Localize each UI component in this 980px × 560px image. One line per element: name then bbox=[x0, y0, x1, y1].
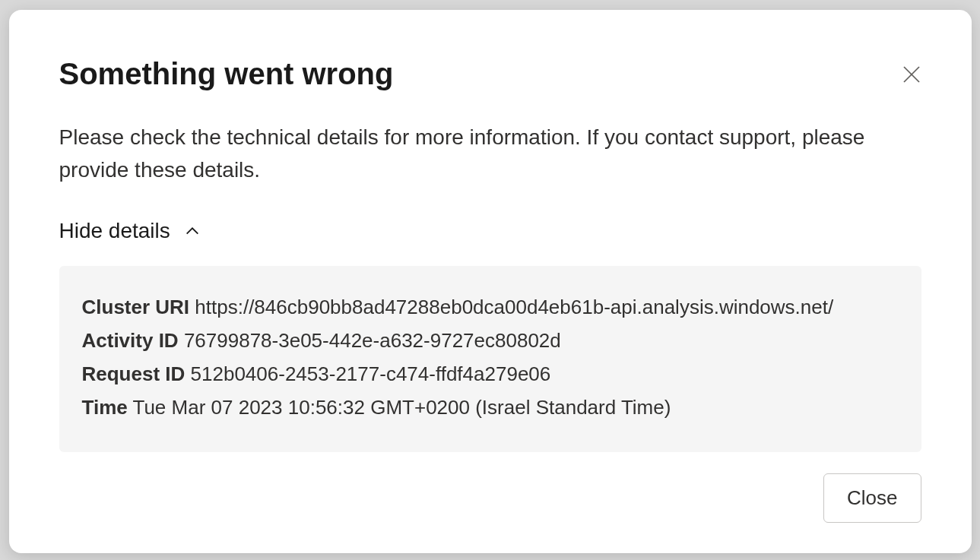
detail-activity-id: Activity ID 76799878-3e05-442e-a632-9727… bbox=[82, 324, 899, 357]
request-id-label: Request ID bbox=[82, 362, 186, 385]
details-box: Cluster URI https://846cb90bb8ad47288eb0… bbox=[59, 266, 921, 452]
details-toggle-label: Hide details bbox=[59, 219, 170, 243]
close-button[interactable]: Close bbox=[823, 473, 921, 523]
details-toggle[interactable]: Hide details bbox=[59, 219, 201, 243]
dialog-footer: Close bbox=[59, 473, 921, 523]
request-id-value: 512b0406-2453-2177-c474-ffdf4a279e06 bbox=[191, 362, 551, 385]
detail-time: Time Tue Mar 07 2023 10:56:32 GMT+0200 (… bbox=[82, 391, 899, 424]
time-label: Time bbox=[82, 396, 128, 419]
error-dialog: Something went wrong Please check the te… bbox=[9, 10, 972, 553]
detail-cluster-uri: Cluster URI https://846cb90bb8ad47288eb0… bbox=[82, 290, 899, 324]
time-value: Tue Mar 07 2023 10:56:32 GMT+0200 (Israe… bbox=[132, 396, 671, 419]
close-icon bbox=[900, 63, 923, 86]
dialog-title: Something went wrong bbox=[59, 55, 394, 92]
chevron-up-icon bbox=[184, 223, 201, 239]
dialog-message: Please check the technical details for m… bbox=[59, 121, 921, 187]
dialog-header: Something went wrong bbox=[59, 55, 921, 92]
close-x-button[interactable] bbox=[897, 60, 926, 89]
activity-id-label: Activity ID bbox=[82, 329, 179, 352]
cluster-uri-label: Cluster URI bbox=[82, 296, 190, 318]
cluster-uri-value: https://846cb90bb8ad47288eb0dca00d4eb61b… bbox=[195, 296, 833, 318]
activity-id-value: 76799878-3e05-442e-a632-9727ec80802d bbox=[184, 329, 561, 352]
detail-request-id: Request ID 512b0406-2453-2177-c474-ffdf4… bbox=[82, 357, 899, 391]
